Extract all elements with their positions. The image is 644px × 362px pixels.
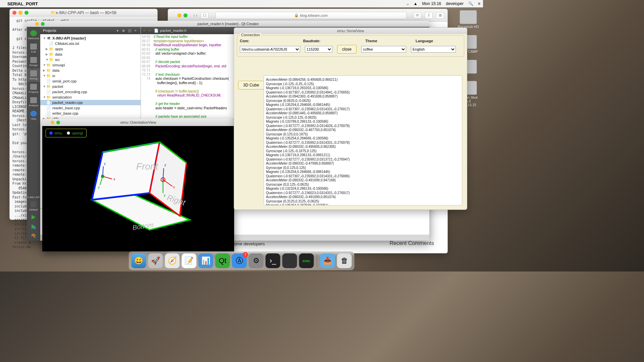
dock-launchpad[interactable]: 🚀 xyxy=(148,253,163,268)
filter-icon[interactable]: ▾ xyxy=(115,28,120,33)
dock-terminal[interactable]: ›_ xyxy=(266,253,280,268)
menu-bar: SERIAL_PORT ⌵ ▲ Mon 15:16 developer 🔍 ≡ xyxy=(0,0,483,7)
com-label: Com: xyxy=(240,39,299,43)
build-button[interactable] xyxy=(27,231,40,241)
cube3d-button[interactable]: 3D Cube xyxy=(238,81,264,89)
svg-text:y: y xyxy=(98,185,100,189)
tree-file[interactable]: 📄reader_base.cpp xyxy=(40,105,141,111)
tree-folder[interactable]: ▼📁io xyxy=(40,73,141,78)
minimize-icon[interactable] xyxy=(18,11,22,15)
nav-buttons[interactable]: ‹ › xyxy=(194,13,197,18)
minimize-icon[interactable] xyxy=(177,13,181,17)
serial-log[interactable]: AcceleroMeter (0.0864258,-0.495605,0.866… xyxy=(264,75,462,205)
close-icon[interactable] xyxy=(45,121,49,124)
serialview-titlebar: ximu::SerialView xyxy=(234,28,467,34)
tree-folder[interactable]: ▶📁data xyxy=(40,68,141,73)
svg-text:y: y xyxy=(164,193,166,197)
edit-icon xyxy=(30,44,37,50)
dock-safari[interactable]: 🧭 xyxy=(165,253,180,268)
tree-folder[interactable]: ▼📁serialization xyxy=(40,95,141,100)
analyze-icon xyxy=(30,97,37,103)
tree-file[interactable]: 📄packet_encoding.cpp xyxy=(40,89,141,95)
close-icon[interactable] xyxy=(30,22,33,26)
lang-select[interactable]: English xyxy=(411,46,456,53)
sync-icon[interactable]: ⊕ xyxy=(121,28,126,33)
battery-icon[interactable]: ▲ xyxy=(414,1,418,6)
close-button[interactable]: close xyxy=(337,45,357,54)
dock-app[interactable] xyxy=(282,253,297,268)
dock-finder[interactable]: 😀 xyxy=(131,253,146,268)
user-name[interactable]: developer xyxy=(446,1,464,6)
history-nav[interactable]: ← → xyxy=(143,28,151,33)
desktop-icon[interactable]: Macintosh HD xyxy=(458,10,479,29)
tree-file[interactable]: 📄serial_port.cpp xyxy=(40,78,141,84)
tabs-button[interactable]: ⊞ xyxy=(436,12,444,19)
theme-select[interactable]: coffee xyxy=(361,46,406,53)
bug-icon xyxy=(30,70,37,76)
dock-notes[interactable]: 📝 xyxy=(182,253,197,268)
mode-help[interactable]: Help xyxy=(27,109,40,122)
notification-center-icon[interactable]: ≡ xyxy=(478,1,480,6)
close-icon[interactable] xyxy=(171,13,175,17)
design-icon xyxy=(30,57,37,63)
lock-icon: 🔒 xyxy=(294,13,299,17)
dock-qt[interactable]: Qt xyxy=(215,253,230,268)
baud-select[interactable]: 115200 xyxy=(305,46,332,53)
mode-analyze[interactable]: Analyze xyxy=(27,95,40,109)
badge: 7 xyxy=(243,252,248,257)
zoom-icon[interactable] xyxy=(56,121,60,124)
svg-point-22 xyxy=(162,179,164,180)
mode-projects[interactable]: Projects xyxy=(27,82,40,95)
url-bar[interactable]: 🔒 blog.kitware.com xyxy=(215,12,407,19)
zoom-icon[interactable] xyxy=(41,22,45,26)
sidebar-button[interactable]: ☐ xyxy=(201,12,209,19)
com-select[interactable]: /dev/cu.usbserial-A70226J9 xyxy=(240,46,300,53)
tree-folder[interactable]: ▶📁apps xyxy=(40,46,141,52)
open-file-name[interactable]: 📄 packet_reader.h xyxy=(154,28,186,33)
dock-downloads[interactable]: 📥 xyxy=(320,253,335,268)
run-button[interactable] xyxy=(27,213,40,222)
split-icon[interactable]: ◫ xyxy=(127,28,132,33)
wifi-icon[interactable]: ⌵ xyxy=(407,1,409,6)
share-button[interactable]: ⇧ xyxy=(425,12,433,19)
tree-folder[interactable]: ▼📁src xyxy=(40,57,141,62)
dock-keynote[interactable]: 📊 xyxy=(199,253,213,268)
dock: 😀 🚀 🧭 📝 📊 Qt Ⓐ7 ⚙ ›_ exec 📥 🗑 xyxy=(129,251,355,270)
tree-file[interactable]: 📄packet_reader.cpp xyxy=(40,100,141,105)
baud-label: Baudrate: xyxy=(303,39,332,43)
cube-render[interactable]: x y z x y z Front Right Bottom xyxy=(42,126,234,251)
folder-icon: 📁 xyxy=(51,10,56,15)
tree-file[interactable]: 📄writer_base.cpp xyxy=(40,111,141,116)
spotlight-icon[interactable]: 🔍 xyxy=(468,1,473,6)
dock-trash[interactable]: 🗑 xyxy=(337,253,352,268)
mode-design[interactable]: Design xyxy=(27,55,40,68)
tree-root[interactable]: ▼🛠X-IMU-API [master] xyxy=(40,36,141,41)
tree-folder[interactable]: ▶📁data xyxy=(40,52,141,57)
dock-separator xyxy=(317,254,317,267)
dock-preferences[interactable]: ⚙ xyxy=(249,253,264,268)
close-panel-icon[interactable]: × xyxy=(133,28,138,33)
mode-welcome[interactable]: Welcome xyxy=(27,28,40,42)
dock-appstore[interactable]: Ⓐ7 xyxy=(232,253,247,268)
minimize-icon[interactable] xyxy=(51,121,54,124)
mode-edit[interactable]: Edit xyxy=(27,42,40,55)
clock[interactable]: Mon 15:16 xyxy=(422,1,441,6)
dock-exec[interactable]: exec xyxy=(299,253,314,268)
build-config[interactable]: Default xyxy=(29,200,38,213)
minimize-icon[interactable] xyxy=(35,22,39,26)
svg-point-2 xyxy=(33,227,36,229)
zoom-icon[interactable] xyxy=(24,11,29,15)
panel-header: Projects ▾ ⊕ ◫ × xyxy=(40,27,141,34)
close-icon[interactable] xyxy=(12,11,16,15)
debug-button[interactable] xyxy=(27,222,40,231)
app-name[interactable]: SERIAL_PORT xyxy=(7,1,38,6)
qt-icon xyxy=(30,30,37,36)
reload-button[interactable]: ⟳ xyxy=(413,12,421,19)
kit-selector[interactable]: X-IMU-API xyxy=(27,194,40,200)
mode-debug[interactable]: Debug xyxy=(27,68,40,82)
tree-folder[interactable]: ▼📁ximuapi xyxy=(40,62,141,68)
tree-folder[interactable]: ▼📁packet xyxy=(40,84,141,89)
zoom-icon[interactable] xyxy=(183,13,187,17)
tree-file[interactable]: 📄CMakeLists.txt xyxy=(40,41,141,46)
window-title: packet_reader.h [master] - Qt Creator xyxy=(198,22,259,26)
